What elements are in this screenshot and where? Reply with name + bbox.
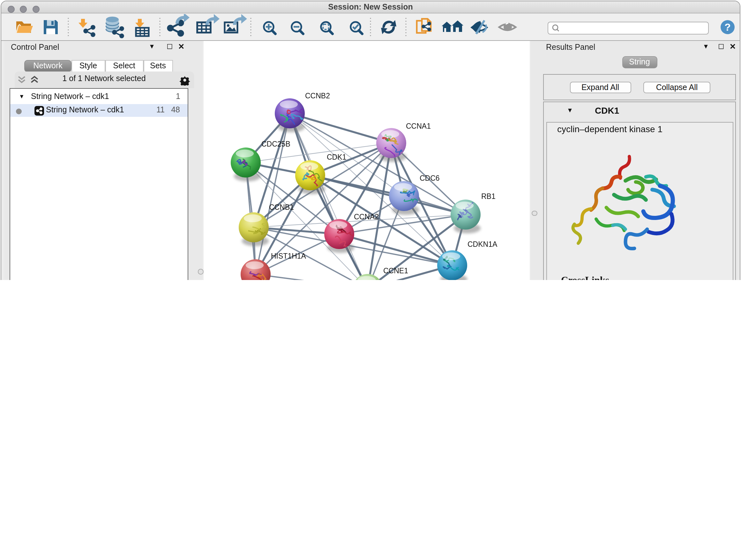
svg-text:CDC25B: CDC25B	[261, 140, 290, 148]
svg-text:CCNB1: CCNB1	[269, 203, 294, 211]
svg-text:CCNB2: CCNB2	[305, 91, 330, 100]
svg-text:CDC6: CDC6	[420, 174, 440, 182]
svg-text:CDKN1A: CDKN1A	[468, 240, 497, 248]
svg-text:CCNA2: CCNA2	[354, 212, 379, 221]
svg-text:CCNA1: CCNA1	[406, 122, 431, 130]
svg-text:HIST1H1A: HIST1H1A	[271, 252, 307, 260]
svg-text:?: ?	[724, 21, 731, 33]
svg-text:CDK1: CDK1	[327, 153, 346, 161]
svg-text:CCNE1: CCNE1	[383, 266, 408, 275]
svg-text:RB1: RB1	[481, 192, 495, 200]
